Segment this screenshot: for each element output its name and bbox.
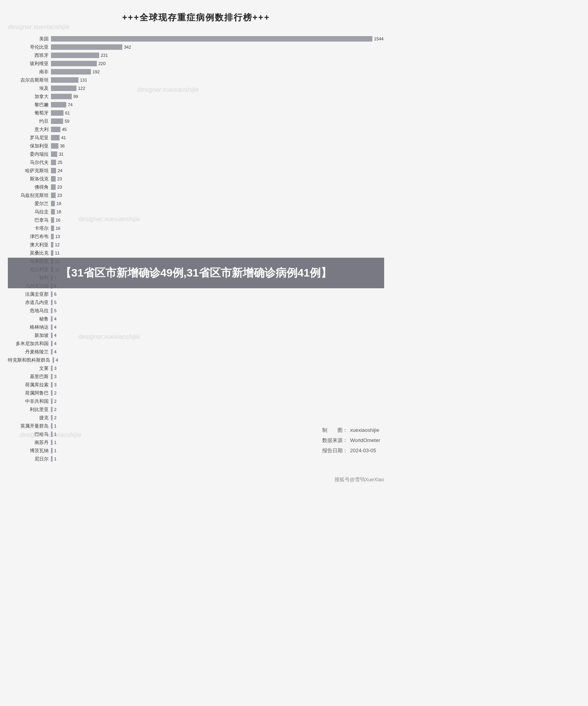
- bar-value: 5: [54, 300, 56, 305]
- country-label: 佛得角: [8, 184, 51, 191]
- bar-value: 1: [54, 432, 56, 437]
- bar-container: 23: [51, 176, 384, 182]
- souhu-watermark: 搜狐号@雪鸮XueXiao: [334, 476, 384, 483]
- bar: [51, 382, 53, 388]
- bar-container: 19: [51, 201, 384, 206]
- bar-container: 12: [51, 242, 384, 247]
- bar: [51, 77, 78, 83]
- bar-container: 16: [51, 226, 384, 231]
- bar-row: 约旦59: [8, 118, 384, 125]
- bar-value: 5: [54, 308, 56, 313]
- country-label: 莫桑比克: [8, 250, 51, 257]
- bar: [51, 407, 53, 412]
- source-value: WorldOmeter: [350, 435, 380, 446]
- bar-container: 3: [51, 382, 384, 388]
- bar: [51, 456, 53, 462]
- bar: [51, 176, 56, 182]
- bar: [51, 291, 53, 297]
- bar-row: 特克斯和凯科斯群岛4: [8, 357, 384, 364]
- bar-row: 佛得角23: [8, 184, 384, 191]
- bar-value: 4: [54, 317, 56, 321]
- watermark-1: designer:xuexiaoshijie: [8, 24, 69, 31]
- bar-container: 41: [51, 135, 384, 140]
- bar-container: 16: [51, 217, 384, 223]
- bar: [51, 217, 54, 223]
- country-label: 危地马拉: [8, 308, 51, 314]
- country-label: 格林纳达: [8, 324, 51, 331]
- bar-value: 99: [73, 94, 78, 99]
- bar-value: 192: [93, 69, 100, 74]
- bar: [51, 44, 122, 50]
- country-label: 荷属库拉索: [8, 382, 51, 388]
- country-label: 澳大利亚: [8, 242, 51, 248]
- bar-value: 3: [54, 374, 56, 379]
- country-label: 乌兹别克斯坦: [8, 192, 51, 199]
- bar-container: 36: [51, 143, 384, 149]
- bar-row: 荷属库拉索3: [8, 381, 384, 388]
- bar: [51, 366, 53, 371]
- bar: [51, 135, 60, 140]
- bar-container: 4: [51, 316, 384, 322]
- bar: [51, 209, 55, 215]
- bar-container: 74: [51, 102, 384, 107]
- bar-row: 赤道几内亚5: [8, 299, 384, 306]
- bar: [51, 127, 60, 132]
- bar-row: 中非共和国2: [8, 398, 384, 405]
- bar: [51, 234, 54, 239]
- country-label: 赤道几内亚: [8, 299, 51, 306]
- bar-row: 黎巴嫩74: [8, 101, 384, 108]
- bar-row: 利比里亚2: [8, 406, 384, 413]
- country-label: 罗马尼亚: [8, 135, 51, 141]
- country-label: 埃及: [8, 85, 51, 92]
- bar: [51, 53, 99, 58]
- bar-row: 乌拉圭18: [8, 208, 384, 215]
- bar: [51, 201, 55, 206]
- bar-row: 卡塔尔16: [8, 225, 384, 232]
- date-value: 2024-03-05: [350, 446, 376, 456]
- bar-value: 1544: [374, 36, 383, 41]
- bar-value: 3: [54, 366, 56, 371]
- bar-row: 文莱3: [8, 365, 384, 372]
- country-label: 英属开曼群岛: [8, 423, 51, 429]
- bar: [53, 357, 54, 363]
- bar: [51, 423, 53, 429]
- bar-row: 爱尔兰19: [8, 200, 384, 207]
- country-label: 南苏丹: [8, 439, 51, 446]
- bar: [51, 349, 53, 355]
- bar-row: 秘鲁4: [8, 315, 384, 322]
- country-label: 博茨瓦纳: [8, 448, 51, 454]
- bar-container: 4: [51, 349, 384, 355]
- bar-value: 45: [62, 127, 67, 132]
- bar-value: 11: [55, 251, 60, 255]
- bar: [51, 300, 53, 305]
- bar-value: 6: [54, 292, 56, 297]
- bar-value: 36: [60, 144, 65, 148]
- bar-value: 2: [54, 415, 56, 420]
- bar: [51, 431, 53, 437]
- bar-container: 5: [51, 300, 384, 305]
- country-label: 尼日尔: [8, 456, 51, 462]
- bar-row: 加拿大99: [8, 93, 384, 100]
- bar: [51, 226, 54, 231]
- bar-value: 13: [55, 234, 60, 239]
- country-label: 利比里亚: [8, 406, 51, 413]
- country-label: 西班牙: [8, 52, 51, 59]
- bar-container: 131: [51, 77, 384, 83]
- country-label: 马尔代夫: [8, 159, 51, 166]
- bar-value: 342: [124, 45, 131, 49]
- bar: [51, 86, 76, 91]
- bar-value: 4: [54, 325, 56, 329]
- bar-container: 11: [51, 250, 384, 256]
- bar: [51, 118, 63, 124]
- bar-value: 1: [54, 424, 56, 428]
- bar-value: 74: [68, 102, 73, 107]
- bar-container: 25: [51, 160, 384, 165]
- date-label: 报告日期：: [322, 446, 348, 456]
- bar-row: 南非192: [8, 68, 384, 75]
- bar-row: 多米尼加共和国4: [8, 340, 384, 347]
- country-label: 捷克: [8, 415, 51, 421]
- bar: [51, 143, 58, 149]
- bar-row: 莫桑比克11: [8, 249, 384, 257]
- bar-value: 41: [61, 135, 66, 140]
- bar-container: 3: [51, 366, 384, 371]
